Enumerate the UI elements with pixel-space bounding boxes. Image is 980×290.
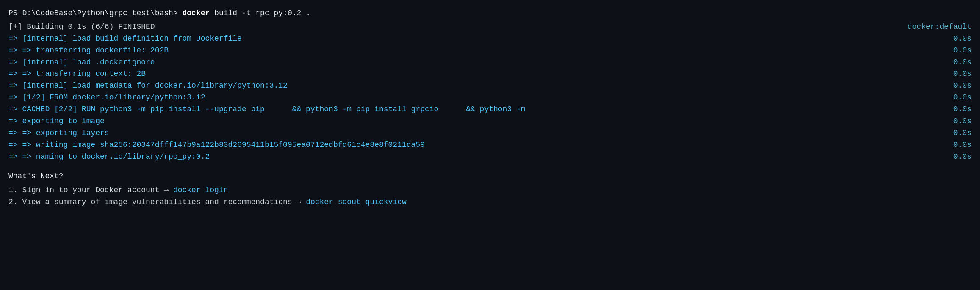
build-line-5-timing: 0.0s	[945, 80, 972, 92]
item-2-text-before: . View a summary of image vulnerabilitie…	[13, 198, 306, 206]
item-2-link: docker scout quickview	[306, 198, 407, 206]
terminal-window: PS D:\CodeBase\Python\grpc_test\bash> do…	[8, 8, 972, 208]
build-line-3-content: => [internal] load .dockerignore	[8, 57, 945, 69]
build-line-6: => [1/2] FROM docker.io/library/python:3…	[8, 92, 972, 104]
build-line-9: => => exporting layers 0.0s	[8, 127, 972, 139]
build-line-8-content: => exporting to image	[8, 116, 945, 127]
build-line-3: => [internal] load .dockerignore 0.0s	[8, 57, 972, 69]
build-line-11-timing: 0.0s	[945, 151, 972, 163]
build-line-5-content: => [internal] load metadata for docker.i…	[8, 80, 945, 92]
prompt-text: PS D:\CodeBase\Python\grpc_test\bash>	[8, 9, 178, 17]
item-1-number: 1	[8, 186, 13, 194]
build-line-2-timing: 0.0s	[945, 45, 972, 57]
whats-next-section: What's Next? 1. Sign in to your Docker a…	[8, 171, 972, 209]
build-line-10-timing: 0.0s	[945, 139, 972, 151]
build-line-10: => => writing image sha256:20347dfff147b…	[8, 139, 972, 151]
build-line-7-content: => CACHED [2/2] RUN python3 -m pip insta…	[8, 104, 945, 116]
whats-next-item-2: 2. View a summary of image vulnerabiliti…	[8, 196, 972, 208]
prompt-line: PS D:\CodeBase\Python\grpc_test\bash> do…	[8, 8, 972, 19]
build-status-line: [+] Building 0.1s (6/6) FINISHED docker:…	[8, 21, 972, 33]
command-args: build -t rpc_py:0.2 .	[210, 9, 310, 17]
build-line-2-content: => => transferring dockerfile: 202B	[8, 45, 945, 57]
build-line-3-timing: 0.0s	[945, 57, 972, 69]
item-1-link: docker login	[173, 186, 228, 194]
build-line-5: => [internal] load metadata for docker.i…	[8, 80, 972, 92]
item-2-number: 2	[8, 198, 13, 206]
build-line-4-timing: 0.0s	[945, 68, 972, 80]
build-line-7-timing: 0.0s	[945, 104, 972, 116]
build-line-11: => => naming to docker.io/library/rpc_py…	[8, 151, 972, 163]
build-line-10-content: => => writing image sha256:20347dfff147b…	[8, 139, 945, 151]
build-line-6-timing: 0.0s	[945, 92, 972, 104]
docker-default-label: docker:default	[899, 21, 972, 33]
build-line-4: => => transferring context: 2B 0.0s	[8, 68, 972, 80]
whats-next-item-1: 1. Sign in to your Docker account → dock…	[8, 185, 972, 196]
build-line-2: => => transferring dockerfile: 202B 0.0s	[8, 45, 972, 57]
build-line-1-content: => [internal] load build definition from…	[8, 33, 945, 45]
build-line-9-timing: 0.0s	[945, 127, 972, 139]
build-line-7: => CACHED [2/2] RUN python3 -m pip insta…	[8, 104, 972, 116]
build-status-text: [+] Building 0.1s (6/6) FINISHED	[8, 21, 899, 33]
build-line-9-content: => => exporting layers	[8, 127, 945, 139]
build-line-8: => exporting to image 0.0s	[8, 116, 972, 127]
build-line-11-content: => => naming to docker.io/library/rpc_py…	[8, 151, 945, 163]
whats-next-title: What's Next?	[8, 171, 972, 182]
build-line-8-timing: 0.0s	[945, 116, 972, 127]
item-1-text-before: . Sign in to your Docker account →	[13, 186, 173, 194]
command-docker: docker	[178, 9, 210, 17]
build-line-6-content: => [1/2] FROM docker.io/library/python:3…	[8, 92, 945, 104]
build-line-1: => [internal] load build definition from…	[8, 33, 972, 45]
build-line-4-content: => => transferring context: 2B	[8, 68, 945, 80]
build-line-1-timing: 0.0s	[945, 33, 972, 45]
